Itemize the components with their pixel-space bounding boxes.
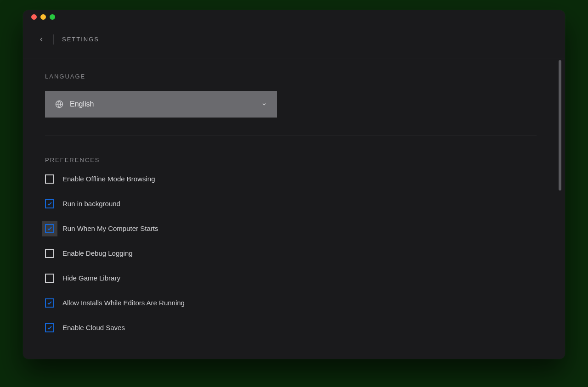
checkbox-debug-logging[interactable] (45, 249, 54, 258)
checkbox-hide-library[interactable] (45, 274, 54, 283)
checkbox-wrap (45, 274, 54, 283)
check-icon (47, 201, 52, 207)
checkbox-wrap (45, 249, 54, 258)
pref-label: Enable Cloud Saves (62, 324, 125, 331)
minimize-window-button[interactable] (40, 14, 46, 20)
pref-label: Allow Installs While Editors Are Running (62, 299, 185, 307)
language-select[interactable]: English (45, 91, 277, 118)
checkbox-allow-installs[interactable] (45, 298, 54, 308)
pref-run-background: Run in background (45, 199, 537, 208)
preferences-section-label: PREFERENCES (45, 157, 537, 163)
page-title: SETTINGS (62, 36, 99, 43)
check-icon (47, 325, 52, 331)
content: LANGUAGE English PREFERENCES (23, 58, 559, 359)
scroll-thumb[interactable] (559, 60, 561, 191)
language-section-label: LANGUAGE (45, 73, 537, 80)
globe-icon (55, 100, 63, 108)
preferences-list: Enable Offline Mode Browsing Run in back… (45, 174, 537, 332)
pref-offline-mode: Enable Offline Mode Browsing (45, 174, 537, 184)
settings-window: SETTINGS LANGUAGE English (23, 10, 565, 359)
pref-cloud-saves: Enable Cloud Saves (45, 323, 537, 332)
pref-label: Enable Offline Mode Browsing (62, 175, 155, 183)
back-button[interactable] (34, 32, 49, 47)
pref-debug-logging: Enable Debug Logging (45, 249, 537, 258)
chevron-left-icon (38, 36, 45, 43)
maximize-window-button[interactable] (50, 14, 55, 20)
check-icon (47, 300, 52, 306)
scrollbar[interactable] (559, 58, 565, 359)
titlebar (23, 10, 565, 24)
close-window-button[interactable] (31, 14, 37, 20)
checkbox-offline-mode[interactable] (45, 174, 54, 184)
pref-allow-installs: Allow Installs While Editors Are Running (45, 298, 537, 308)
pref-label: Run When My Computer Starts (62, 224, 158, 232)
checkbox-run-on-startup[interactable] (45, 224, 54, 233)
chevron-down-icon (261, 101, 267, 107)
language-selected-value: English (70, 100, 261, 108)
checkbox-wrap (45, 174, 54, 184)
pref-label: Run in background (62, 200, 120, 208)
pref-run-on-startup: Run When My Computer Starts (45, 224, 537, 233)
pref-label: Enable Debug Logging (62, 249, 133, 257)
content-wrap: LANGUAGE English PREFERENCES (23, 58, 565, 359)
header: SETTINGS (23, 24, 565, 58)
checkbox-wrap (45, 199, 54, 208)
checkbox-run-background[interactable] (45, 199, 54, 208)
checkbox-wrap (45, 323, 54, 332)
checkbox-wrap (45, 224, 54, 233)
pref-hide-library: Hide Game Library (45, 274, 537, 283)
header-divider (53, 34, 54, 45)
pref-label: Hide Game Library (62, 274, 120, 282)
checkbox-wrap (45, 298, 54, 308)
check-icon (47, 226, 52, 231)
checkbox-cloud-saves[interactable] (45, 323, 54, 332)
section-divider (45, 135, 537, 135)
